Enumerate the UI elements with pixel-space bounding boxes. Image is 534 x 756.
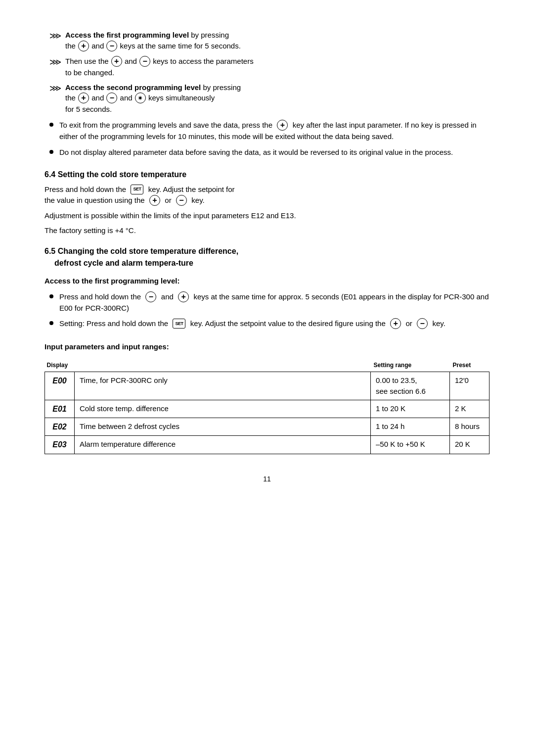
- section-64-heading: 6.4 Setting the cold store temperature: [44, 169, 490, 180]
- then-use-and: and: [125, 57, 139, 65]
- access-second-and2: and: [120, 94, 134, 102]
- bullet-dot-2: [49, 150, 53, 154]
- bullet-65-text-2: Setting: Press and hold down the SET key…: [59, 318, 445, 330]
- minus-key-icon-64: −: [176, 195, 187, 206]
- table-cell-preset-e02: 8 hours: [450, 418, 490, 436]
- set-key-icon-65: SET: [173, 319, 185, 329]
- minus-key-icon: −: [106, 41, 117, 51]
- table-cell-desc-e00: Time, for PCR-300RC only: [75, 372, 371, 400]
- access-first-text: Access the first programming level by pr…: [65, 30, 490, 52]
- section-65-title-line2: defrost cycle and alarm tempera-ture: [44, 257, 490, 269]
- plus-key-icon-2: +: [111, 56, 122, 67]
- table-cell-display-e01: E01: [45, 400, 75, 418]
- table-section: Input parameters and input ranges: Displ…: [44, 341, 490, 454]
- bullet-text-1: To exit from the programming levels and …: [59, 120, 490, 142]
- bullet-dot-65-1: [49, 294, 53, 298]
- page-content: ⋙ Access the first programming level by …: [44, 30, 490, 484]
- table-row: E02 Time between 2 defrost cycles 1 to 2…: [45, 418, 490, 436]
- table-row: E00 Time, for PCR-300RC only 0.00 to 23.…: [45, 372, 490, 400]
- table-cell-display-e02: E02: [45, 418, 75, 436]
- col-preset-header: Preset: [450, 360, 490, 372]
- minus-key-icon-3: −: [106, 93, 117, 103]
- page-number: 11: [44, 474, 490, 484]
- table-header-row: Display Setting range Preset: [45, 360, 490, 372]
- access-first-rest: by pressing: [189, 31, 229, 39]
- access-first-arrow2-text: Then use the + and − keys to access the …: [65, 56, 490, 78]
- access-first-line2-and: and: [91, 42, 106, 50]
- access-first-arrow1: ⋙ Access the first programming level by …: [49, 30, 490, 52]
- access-first-line2-pre: the: [65, 42, 78, 50]
- access-second-text: Access the second programming level by p…: [65, 82, 490, 115]
- col-range-header: Setting range: [371, 360, 450, 372]
- then-use-pre: Then use the: [65, 57, 111, 65]
- minus-key-icon-2: −: [139, 56, 150, 67]
- section-64-para2: Adjustment is possible within the limits…: [44, 210, 490, 221]
- bullet-text-2: Do not display altered parameter data be…: [59, 147, 453, 158]
- table-cell-preset-e00: 12′0: [450, 372, 490, 400]
- access-second-the: the: [65, 94, 78, 102]
- plus-key-icon-65: +: [178, 291, 189, 302]
- access-first-level-heading: Access to the first programming level:: [44, 276, 490, 286]
- table-cell-display-e00: E00: [45, 372, 75, 400]
- params-table: Display Setting range Preset E00 Time, f…: [44, 360, 490, 454]
- table-cell-range-e00: 0.00 to 23.5,see section 6.6: [371, 372, 450, 400]
- col-display-header: Display: [45, 360, 75, 372]
- list-item: Press and hold down the − and + keys at …: [49, 291, 490, 314]
- then-use-post: keys to access the parameters: [153, 57, 253, 65]
- access-second-post: keys simultaneously: [148, 94, 215, 102]
- table-heading: Input parameters and input ranges:: [44, 341, 490, 352]
- minus-key-icon-65b: −: [417, 318, 428, 329]
- access-second-rest: by pressing: [201, 83, 241, 92]
- access-second-arrow: ⋙ Access the second programming level by…: [49, 82, 490, 115]
- table-cell-preset-e01: 2 K: [450, 400, 490, 418]
- plus-key-icon-65b: +: [390, 318, 401, 329]
- plus-key-icon: +: [78, 41, 89, 51]
- bullet-dot-65-2: [49, 321, 53, 325]
- access-second-line3: for 5 seconds.: [65, 105, 112, 113]
- list-item: To exit from the programming levels and …: [49, 120, 490, 142]
- set-key-icon: SET: [131, 185, 143, 194]
- access-first-line2-post: keys at the same time for 5 seconds.: [120, 42, 241, 50]
- section-64-para1: Press and hold down the SET key. Adjust …: [44, 184, 490, 206]
- list-item: Do not display altered parameter data be…: [49, 147, 490, 158]
- access-second-and1: and: [91, 94, 106, 102]
- table-cell-desc-e02: Time between 2 defrost cycles: [75, 418, 371, 436]
- table-row: E03 Alarm temperature difference –50 K t…: [45, 436, 490, 454]
- section-64-para3: The factory setting is +4 °C.: [44, 225, 490, 236]
- table-cell-range-e02: 1 to 24 h: [371, 418, 450, 436]
- section-65-bullet-list: Press and hold down the − and + keys at …: [49, 291, 490, 330]
- table-cell-range-e03: –50 K to +50 K: [371, 436, 450, 454]
- arrow-icon-3: ⋙: [49, 83, 61, 95]
- plus-key-icon-bullet: +: [277, 120, 288, 131]
- bullet-list: To exit from the programming levels and …: [49, 120, 490, 158]
- table-cell-preset-e03: 20 K: [450, 436, 490, 454]
- bullet-dot: [49, 123, 53, 127]
- asterisk-key-icon: ✴: [135, 93, 146, 103]
- section-65-title-line1: 6.5 Changing the cold store temperature …: [44, 245, 490, 257]
- arrow-icon-2: ⋙: [49, 56, 61, 69]
- access-first-arrow2: ⋙ Then use the + and − keys to access th…: [49, 56, 490, 78]
- bullet-65-text-1: Press and hold down the − and + keys at …: [59, 291, 490, 314]
- table-cell-range-e01: 1 to 20 K: [371, 400, 450, 418]
- minus-key-icon-65: −: [145, 291, 156, 302]
- plus-key-icon-64: +: [149, 195, 160, 206]
- section-65-heading-block: 6.5 Changing the cold store temperature …: [44, 245, 490, 268]
- col-desc-header: [75, 360, 371, 372]
- plus-key-icon-3: +: [78, 93, 89, 103]
- access-first-bold: Access the first programming level: [65, 31, 189, 39]
- then-use-line2: to be changed.: [65, 68, 114, 77]
- arrow-icon: ⋙: [49, 30, 61, 43]
- list-item: Setting: Press and hold down the SET key…: [49, 318, 490, 330]
- access-second-bold: Access the second programming level: [65, 83, 201, 92]
- table-cell-display-e03: E03: [45, 436, 75, 454]
- table-cell-desc-e01: Cold store temp. difference: [75, 400, 371, 418]
- table-cell-desc-e03: Alarm temperature difference: [75, 436, 371, 454]
- table-row: E01 Cold store temp. difference 1 to 20 …: [45, 400, 490, 418]
